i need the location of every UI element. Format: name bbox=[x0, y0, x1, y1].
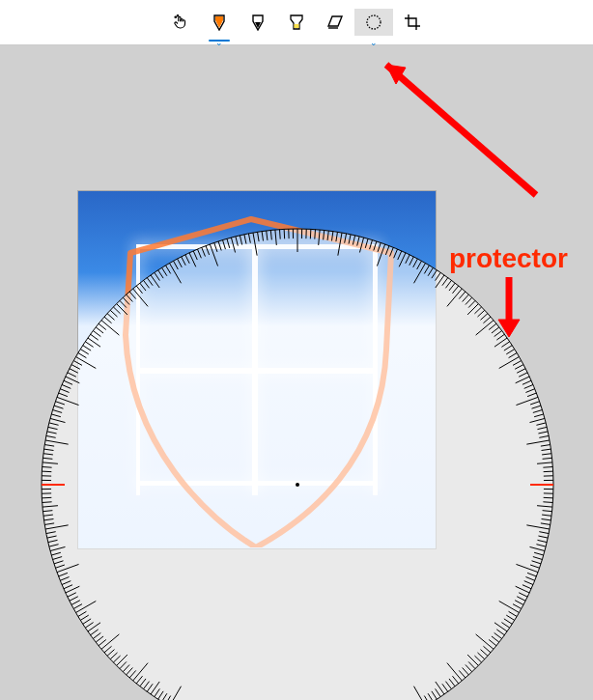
svg-line-141 bbox=[120, 661, 127, 668]
svg-line-312 bbox=[436, 275, 444, 288]
svg-point-1 bbox=[175, 16, 177, 18]
svg-line-29 bbox=[525, 577, 534, 581]
canvas-area[interactable]: protector bbox=[0, 45, 593, 700]
svg-line-192 bbox=[42, 462, 58, 463]
svg-line-14 bbox=[542, 515, 551, 516]
svg-line-46 bbox=[489, 639, 496, 645]
eraser-tool[interactable] bbox=[316, 9, 354, 36]
svg-line-137 bbox=[133, 663, 148, 681]
svg-line-131 bbox=[155, 688, 160, 696]
svg-line-318 bbox=[459, 292, 466, 299]
svg-line-194 bbox=[43, 454, 53, 455]
highlighter-tool[interactable] bbox=[277, 9, 316, 36]
svg-line-31 bbox=[522, 585, 531, 589]
svg-line-39 bbox=[506, 615, 514, 620]
svg-line-147 bbox=[101, 634, 119, 649]
svg-line-30 bbox=[524, 581, 533, 585]
svg-line-161 bbox=[68, 593, 76, 597]
svg-line-321 bbox=[468, 300, 475, 307]
svg-line-54 bbox=[466, 664, 472, 671]
pencil-tool[interactable] bbox=[239, 9, 277, 36]
annotation-arrow-to-protractor bbox=[494, 277, 533, 345]
svg-line-133 bbox=[147, 684, 153, 691]
svg-line-315 bbox=[449, 283, 455, 291]
svg-line-166 bbox=[59, 573, 68, 576]
svg-line-145 bbox=[107, 650, 114, 657]
svg-line-50 bbox=[477, 653, 484, 659]
svg-line-154 bbox=[83, 619, 91, 624]
touch-tool[interactable] bbox=[161, 9, 200, 36]
svg-line-47 bbox=[476, 634, 494, 649]
svg-line-353 bbox=[536, 423, 546, 425]
svg-line-27 bbox=[516, 564, 538, 572]
svg-line-18 bbox=[539, 532, 549, 534]
ruler-tool[interactable]: ⌄ bbox=[354, 9, 393, 36]
svg-line-168 bbox=[55, 565, 64, 568]
svg-line-128 bbox=[166, 696, 171, 700]
svg-line-317 bbox=[447, 289, 462, 306]
svg-line-156 bbox=[78, 611, 87, 616]
svg-line-140 bbox=[123, 664, 129, 671]
svg-line-35 bbox=[515, 601, 523, 605]
svg-line-20 bbox=[537, 540, 547, 542]
svg-line-351 bbox=[534, 414, 544, 417]
svg-line-339 bbox=[515, 365, 523, 370]
svg-line-178 bbox=[44, 523, 54, 525]
svg-line-158 bbox=[73, 604, 82, 609]
svg-line-10 bbox=[544, 497, 553, 498]
svg-line-209 bbox=[60, 389, 69, 393]
svg-line-149 bbox=[96, 636, 103, 642]
svg-line-171 bbox=[51, 552, 61, 555]
svg-line-354 bbox=[537, 427, 547, 429]
svg-line-36 bbox=[513, 604, 522, 609]
svg-line-34 bbox=[517, 597, 525, 602]
svg-line-349 bbox=[532, 406, 542, 408]
svg-line-26 bbox=[530, 565, 539, 568]
crop-tool[interactable] bbox=[393, 9, 432, 36]
svg-line-65 bbox=[428, 693, 433, 700]
svg-line-333 bbox=[501, 342, 509, 348]
svg-line-361 bbox=[543, 458, 552, 459]
svg-line-211 bbox=[64, 380, 72, 384]
svg-line-61 bbox=[442, 684, 448, 691]
svg-line-208 bbox=[59, 393, 68, 397]
svg-line-43 bbox=[496, 630, 504, 635]
svg-line-344 bbox=[524, 384, 533, 388]
pen-icon bbox=[212, 14, 226, 31]
svg-line-347 bbox=[516, 397, 538, 405]
svg-line-314 bbox=[445, 280, 451, 288]
svg-line-58 bbox=[452, 676, 458, 684]
svg-line-56 bbox=[459, 670, 466, 678]
svg-line-358 bbox=[541, 445, 551, 447]
toolbar-row: ⌄ ⌄ bbox=[0, 9, 593, 36]
svg-line-345 bbox=[525, 389, 534, 393]
svg-line-324 bbox=[477, 310, 484, 317]
svg-line-363 bbox=[543, 467, 552, 468]
svg-line-64 bbox=[432, 691, 437, 699]
svg-line-329 bbox=[492, 327, 499, 333]
svg-line-67 bbox=[414, 686, 426, 700]
pen-tool[interactable]: ⌄ bbox=[200, 9, 239, 36]
svg-line-164 bbox=[62, 581, 71, 585]
svg-line-198 bbox=[46, 435, 56, 437]
svg-line-330 bbox=[494, 331, 502, 337]
svg-line-197 bbox=[45, 440, 69, 444]
svg-line-326 bbox=[483, 317, 491, 323]
svg-line-138 bbox=[129, 670, 136, 678]
svg-line-174 bbox=[48, 540, 58, 542]
svg-line-360 bbox=[542, 454, 551, 455]
protractor-icon bbox=[365, 14, 382, 31]
svg-line-316 bbox=[452, 286, 458, 294]
svg-line-359 bbox=[542, 449, 551, 450]
svg-line-62 bbox=[436, 682, 444, 694]
svg-line-135 bbox=[140, 679, 146, 686]
svg-line-15 bbox=[542, 518, 551, 519]
svg-line-136 bbox=[136, 676, 142, 684]
svg-line-139 bbox=[127, 668, 133, 675]
svg-line-331 bbox=[496, 334, 504, 340]
svg-line-44 bbox=[494, 632, 502, 638]
svg-line-52 bbox=[467, 655, 478, 665]
svg-line-13 bbox=[543, 511, 552, 512]
svg-line-337 bbox=[499, 357, 520, 369]
svg-line-343 bbox=[522, 380, 531, 384]
